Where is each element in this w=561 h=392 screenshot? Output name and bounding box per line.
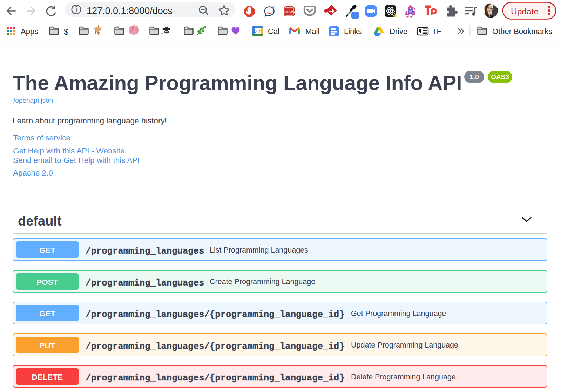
svg-text:CORS: CORS <box>284 10 295 14</box>
svg-text:27: 27 <box>255 28 261 34</box>
